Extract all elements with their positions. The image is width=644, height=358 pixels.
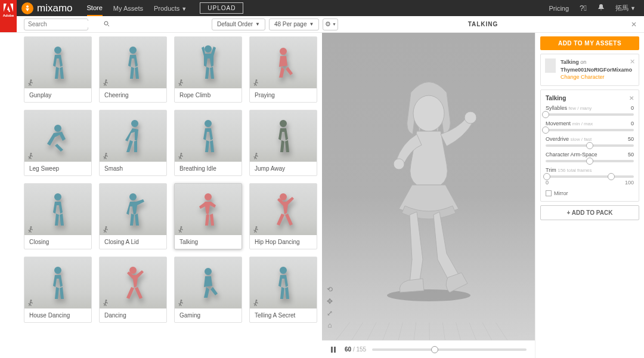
zoom-icon[interactable]: ⤢ bbox=[326, 309, 334, 317]
param-slider[interactable] bbox=[546, 113, 634, 116]
running-icon bbox=[177, 152, 184, 159]
adobe-badge[interactable]: Adobe bbox=[0, 0, 17, 32]
card-label: Cheering bbox=[100, 88, 166, 102]
upload-button[interactable]: UPLOAD bbox=[200, 2, 243, 14]
search-input[interactable] bbox=[28, 21, 104, 27]
animation-card[interactable]: Smash bbox=[99, 110, 167, 176]
pause-button[interactable] bbox=[330, 345, 339, 354]
slider-thumb[interactable] bbox=[542, 111, 549, 118]
timeline-slider[interactable] bbox=[372, 348, 527, 351]
animation-card[interactable]: Praying bbox=[249, 36, 317, 103]
change-character-link[interactable]: Change Character bbox=[561, 73, 634, 81]
mannequin-icon bbox=[43, 41, 73, 85]
mirror-checkbox[interactable]: Mirror bbox=[546, 190, 634, 196]
animation-card[interactable]: Gunplay bbox=[24, 36, 92, 103]
animation-grid-scroll[interactable]: Gunplay Cheering Rope Climb Praying Leg … bbox=[0, 33, 322, 358]
nav-products[interactable]: Products▼ bbox=[154, 1, 187, 16]
orbit-icon[interactable]: ⟲ bbox=[326, 285, 334, 294]
trim-start-thumb[interactable] bbox=[543, 173, 550, 180]
settings-button[interactable]: ⚙▼ bbox=[323, 18, 338, 30]
animation-card[interactable]: Hip Hop Dancing bbox=[249, 183, 317, 249]
perpage-dropdown[interactable]: 48 Per page▼ bbox=[269, 18, 319, 30]
mannequin-icon bbox=[268, 187, 298, 232]
asset-character: Thyme001NoRIGForMixamo bbox=[561, 67, 632, 73]
trim-end-thumb[interactable] bbox=[608, 173, 615, 180]
slider-thumb[interactable] bbox=[586, 158, 593, 165]
card-thumb bbox=[175, 257, 242, 308]
mannequin-icon bbox=[118, 187, 148, 232]
card-label: Breathing Idle bbox=[175, 162, 242, 175]
animation-card[interactable]: Leg Sweep bbox=[24, 110, 92, 176]
running-icon bbox=[177, 226, 184, 233]
trim-slider[interactable] bbox=[546, 175, 634, 178]
card-thumb bbox=[250, 37, 317, 88]
card-label: Talking bbox=[175, 235, 242, 249]
animation-card[interactable]: Breathing Idle bbox=[174, 110, 242, 176]
timeline-thumb[interactable] bbox=[431, 346, 438, 353]
param-slider[interactable] bbox=[546, 129, 634, 131]
params-box: Talking✕ Syllables few / many0 Movement … bbox=[540, 90, 639, 202]
params-title: Talking bbox=[546, 95, 566, 101]
mannequin-icon bbox=[43, 114, 73, 158]
caret-down-icon: ▼ bbox=[332, 22, 336, 26]
home-icon[interactable]: ⌂ bbox=[326, 321, 334, 329]
adobe-label: Adobe bbox=[3, 14, 14, 17]
nav-store[interactable]: Store bbox=[87, 1, 103, 16]
mannequin-icon bbox=[193, 187, 223, 232]
bell-icon[interactable] bbox=[597, 4, 605, 13]
card-label: Dancing bbox=[100, 308, 166, 322]
animation-card[interactable]: Rope Climb bbox=[174, 36, 242, 103]
svg-rect-6 bbox=[331, 347, 333, 353]
slider-thumb[interactable] bbox=[586, 142, 593, 149]
card-thumb bbox=[24, 110, 91, 162]
param-slider[interactable] bbox=[546, 144, 634, 147]
close-icon: ✕ bbox=[631, 20, 637, 29]
running-icon bbox=[252, 79, 259, 86]
mannequin-icon bbox=[118, 114, 148, 158]
animation-card[interactable]: Closing A Lid bbox=[99, 183, 167, 249]
param-slider[interactable] bbox=[546, 160, 634, 162]
animation-card[interactable]: Dancing bbox=[99, 257, 167, 323]
running-icon bbox=[102, 79, 109, 86]
svg-point-0 bbox=[26, 5, 29, 8]
animation-card[interactable]: Telling A Secret bbox=[249, 257, 317, 323]
preview-viewport[interactable]: ⟲ ✥ ⤢ ⌂ 60 / 155 bbox=[322, 33, 535, 358]
animation-card[interactable]: Talking bbox=[174, 183, 242, 249]
search-box[interactable] bbox=[24, 18, 88, 30]
caret-down-icon: ▼ bbox=[181, 6, 187, 12]
animation-card[interactable]: Jump Away bbox=[249, 110, 317, 176]
mannequin-icon bbox=[118, 41, 148, 85]
caret-down-icon: ▼ bbox=[630, 5, 636, 11]
card-label: Telling A Secret bbox=[250, 308, 317, 322]
card-label: Closing bbox=[24, 235, 91, 249]
animation-card[interactable]: Cheering bbox=[99, 36, 167, 103]
slider-thumb[interactable] bbox=[542, 126, 549, 134]
animation-card[interactable]: House Dancing bbox=[24, 257, 92, 323]
animation-card[interactable]: Gaming bbox=[174, 257, 242, 323]
preview-title: TALKING bbox=[468, 21, 499, 27]
brand-name[interactable]: mixamo bbox=[37, 2, 73, 14]
nav-user[interactable]: 拓馬▼ bbox=[615, 0, 636, 16]
running-icon bbox=[102, 299, 109, 306]
mannequin-icon bbox=[268, 114, 298, 158]
gear-icon: ⚙ bbox=[325, 20, 331, 28]
sort-dropdown[interactable]: Default Order▼ bbox=[212, 18, 265, 30]
nav-my-assets[interactable]: My Assets bbox=[113, 1, 143, 16]
nav-pricing[interactable]: Pricing bbox=[549, 1, 569, 16]
close-panel-button[interactable]: ✕ bbox=[631, 20, 637, 29]
add-to-pack-button[interactable]: + ADD TO PACK bbox=[540, 205, 639, 220]
running-icon bbox=[27, 226, 34, 233]
animation-card[interactable]: Closing bbox=[24, 183, 92, 249]
preview-character bbox=[363, 75, 494, 304]
running-icon bbox=[27, 299, 34, 306]
card-thumb bbox=[175, 37, 242, 88]
brand-logo-icon[interactable] bbox=[21, 2, 33, 14]
card-label: Gaming bbox=[175, 308, 242, 322]
pan-icon[interactable]: ✥ bbox=[326, 297, 334, 305]
add-to-assets-button[interactable]: ADD TO MY ASSETS bbox=[540, 36, 639, 50]
card-thumb bbox=[250, 110, 317, 162]
help-icon[interactable]: ?⃝ bbox=[580, 4, 587, 13]
close-params-button[interactable]: ✕ bbox=[629, 95, 634, 101]
search-icon[interactable] bbox=[104, 21, 110, 28]
close-character-button[interactable]: ✕ bbox=[630, 58, 635, 66]
